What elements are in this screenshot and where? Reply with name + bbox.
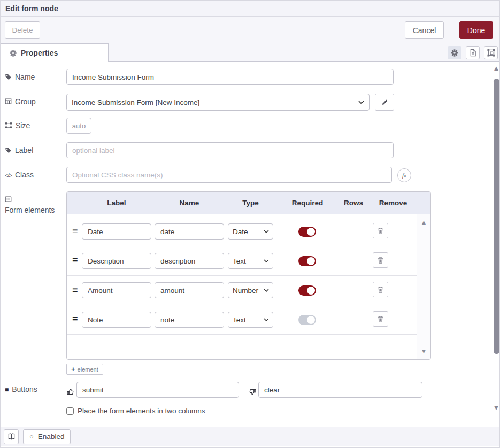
code-icon: </> — [5, 171, 12, 180]
class-label: </> Class — [5, 167, 66, 180]
element-type-select[interactable]: Number — [228, 282, 273, 298]
scroll-up-icon[interactable]: ▲ — [417, 219, 430, 226]
tag-icon — [5, 73, 12, 80]
two-columns-option[interactable]: Place the form elements in two columns — [66, 407, 205, 415]
trash-icon — [376, 227, 384, 235]
form-elements-label: Form elements — [5, 191, 63, 215]
required-toggle[interactable] — [298, 227, 316, 237]
scroll-up-icon[interactable]: ▲ — [492, 64, 500, 72]
library-button[interactable] — [4, 429, 19, 444]
table-scrollbar: ▲ ▼ — [417, 214, 430, 359]
element-label-input[interactable] — [82, 282, 151, 298]
size-row: Size auto — [5, 118, 91, 134]
class-input[interactable] — [66, 167, 392, 183]
add-element-button[interactable]: + element — [66, 364, 103, 375]
required-toggle[interactable] — [298, 256, 316, 266]
name-row: Name — [5, 69, 394, 85]
two-columns-checkbox[interactable] — [66, 407, 74, 415]
drag-handle-icon[interactable]: ≡ — [72, 313, 78, 325]
column-header-label: Label — [82, 199, 151, 207]
element-type-select[interactable]: Text — [228, 253, 273, 269]
properties-panel: Name Group Income Submission Form [New I… — [1, 63, 500, 427]
thumbs-down-icon — [248, 388, 257, 396]
properties-icon-button[interactable] — [448, 46, 461, 59]
element-type-select-wrap: Number — [228, 282, 273, 298]
table-row: ≡ Date — [67, 217, 417, 246]
scroll-down-icon[interactable]: ▼ — [492, 404, 500, 412]
element-name-input[interactable] — [155, 282, 224, 298]
group-select[interactable]: Income Submission Form [New Income] — [66, 94, 370, 111]
edit-group-button[interactable] — [375, 94, 394, 111]
delete-element-button[interactable] — [373, 311, 388, 327]
gear-icon — [10, 50, 17, 57]
enabled-toggle-button[interactable]: ○ Enabled — [23, 429, 71, 444]
book-icon — [7, 432, 16, 441]
label-input[interactable] — [66, 142, 394, 158]
name-label: Name — [5, 69, 66, 82]
drag-handle-icon[interactable]: ≡ — [72, 225, 78, 237]
appearance-icon-button[interactable] — [484, 46, 498, 59]
required-toggle[interactable] — [298, 315, 316, 325]
clear-button-text-input[interactable] — [258, 382, 422, 398]
document-icon — [469, 49, 477, 57]
two-columns-label: Place the form elements in two columns — [78, 407, 205, 415]
element-type-select-wrap: Text — [228, 253, 273, 269]
column-header-required: Required — [281, 199, 334, 207]
status-circle-icon: ○ — [29, 432, 34, 441]
drag-handle-icon[interactable]: ≡ — [72, 254, 78, 266]
element-label-input[interactable] — [82, 253, 151, 269]
table-row: ≡ Text — [67, 305, 417, 335]
plus-icon: + — [71, 365, 75, 373]
delete-element-button[interactable] — [373, 252, 388, 268]
table-row: ≡ Text — [67, 246, 417, 276]
element-type-select[interactable]: Text — [228, 312, 273, 328]
panel-scrollbar: ▲ ▼ — [492, 63, 500, 427]
scroll-down-icon[interactable]: ▼ — [417, 347, 430, 355]
delete-button[interactable]: Delete — [5, 21, 40, 39]
form-elements-table-body: ≡ Date ≡ Te — [67, 214, 417, 359]
form-elements-table-header: Label Name Type Required Rows Remove — [67, 192, 430, 214]
list-alt-icon — [5, 196, 12, 203]
name-input[interactable] — [66, 69, 394, 85]
delete-element-button[interactable] — [373, 282, 388, 297]
square-icon: ■ — [5, 385, 9, 395]
delete-element-button[interactable] — [373, 223, 388, 238]
size-auto-button[interactable]: auto — [66, 118, 91, 134]
trash-icon — [376, 256, 384, 264]
tab-properties[interactable]: Properties — [1, 43, 109, 62]
column-header-rows: Rows — [337, 199, 370, 207]
label-row: Label — [5, 142, 394, 158]
form-elements-table: Label Name Type Required Rows Remove ≡ D… — [66, 191, 431, 360]
table-icon — [5, 98, 12, 105]
drag-handle-icon[interactable]: ≡ — [72, 284, 78, 296]
column-header-name: Name — [155, 199, 224, 207]
gear-icon — [451, 49, 458, 57]
element-type-select[interactable]: Date — [228, 223, 273, 240]
label-label: Label — [5, 142, 66, 155]
object-group-icon — [5, 122, 12, 129]
element-name-input[interactable] — [155, 253, 224, 269]
thumbs-up-icon — [66, 388, 75, 396]
dialog-footer: ○ Enabled — [1, 427, 499, 446]
element-label-input[interactable] — [82, 223, 151, 240]
element-name-input[interactable] — [155, 312, 224, 328]
scrollbar-thumb[interactable] — [494, 79, 499, 354]
cancel-button[interactable]: Cancel — [405, 21, 444, 39]
submit-button-text-input[interactable] — [76, 382, 239, 398]
group-select-wrap: Income Submission Form [New Income] — [66, 94, 370, 111]
tag-icon — [5, 146, 12, 153]
element-name-input[interactable] — [155, 223, 224, 240]
dialog-button-tray: Delete Cancel Done — [1, 17, 499, 43]
trash-icon — [376, 315, 384, 323]
dialog-header: Edit form node — [1, 1, 499, 17]
done-button[interactable]: Done — [459, 21, 493, 39]
description-icon-button[interactable] — [466, 46, 480, 59]
element-label-input[interactable] — [82, 312, 151, 328]
form-elements-row: Form elements Label Name Type Required R… — [5, 191, 431, 360]
fx-expand-button[interactable]: fx — [397, 168, 411, 182]
element-type-select-wrap: Date — [228, 223, 273, 240]
enabled-label: Enabled — [38, 432, 65, 441]
group-label: Group — [5, 94, 66, 106]
element-type-select-wrap: Text — [228, 312, 273, 328]
required-toggle[interactable] — [298, 285, 316, 296]
